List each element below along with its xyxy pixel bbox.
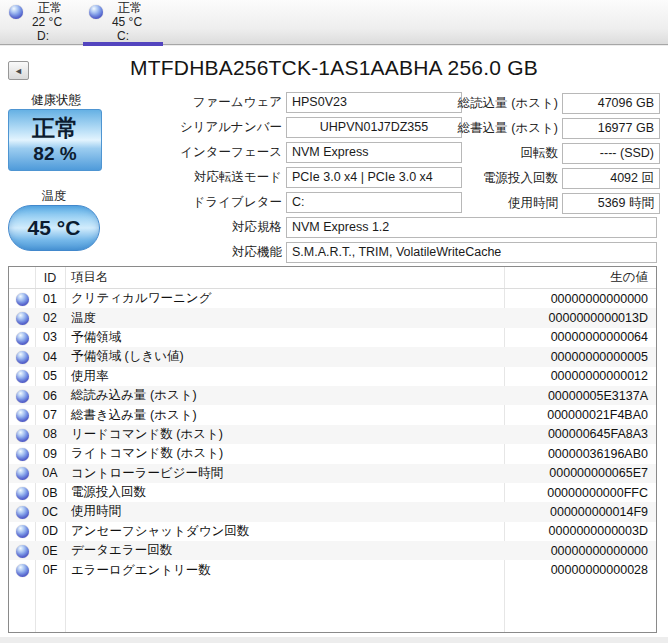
table-row[interactable]: 02 温度 0000000000013D [9, 308, 656, 327]
info-row: 電源投入回数 4092 回 [420, 168, 660, 189]
attribute-name: エラーログエントリー数 [65, 562, 496, 579]
attribute-raw-value: 00000000000005 [496, 350, 656, 364]
attribute-name: クリティカルワーニング [65, 290, 496, 307]
attribute-name: アンセーフシャットダウン回数 [65, 523, 496, 540]
attribute-status-icon [16, 467, 29, 480]
attribute-id: 04 [35, 350, 65, 364]
table-row[interactable]: 03 予備領域 00000000000064 [9, 328, 656, 347]
table-row[interactable]: 0E データエラー回数 00000000000000 [9, 541, 656, 560]
attribute-id: 02 [35, 311, 65, 325]
attribute-raw-value: 00000000000012 [496, 369, 656, 383]
health-status-label: 健康状態 [8, 92, 104, 109]
attribute-raw-value: 000000000014F9 [496, 505, 656, 519]
field-label: 総書込量 (ホスト) [420, 120, 562, 137]
attribute-name: 総書き込み量 (ホスト) [65, 407, 496, 424]
attribute-status-icon [16, 312, 29, 325]
table-row[interactable]: 0B 電源投入回数 00000000000FFC [9, 483, 656, 502]
smart-attribute-table: ID 項目名 生の値 01 クリティカルワーニング 00000000000000… [8, 266, 657, 633]
table-body: 01 クリティカルワーニング 00000000000000 02 温度 0000… [9, 289, 656, 580]
attribute-id: 0F [35, 563, 65, 577]
info-row: 回転数 ---- (SSD) [420, 143, 660, 164]
field-value: 5369 時間 [562, 193, 660, 214]
attribute-name: ライトコマンド数 (ホスト) [65, 445, 496, 462]
temperature-button[interactable]: 45 °C [8, 205, 100, 251]
field-label: 回転数 [420, 145, 562, 162]
table-header-raw: 生の値 [496, 269, 656, 286]
temperature-label: 温度 [8, 188, 100, 205]
attribute-id: 0E [35, 544, 65, 558]
attribute-name: 電源投入回数 [65, 484, 496, 501]
attribute-name: データエラー回数 [65, 542, 496, 559]
attribute-id: 09 [35, 447, 65, 461]
info-row: 対応規格 NVM Express 1.2 [100, 217, 657, 238]
health-status-button[interactable]: 正常 82 % [8, 109, 102, 171]
attribute-raw-value: 00000005E3137A [496, 389, 656, 403]
attribute-status-icon [16, 293, 29, 306]
attribute-id: 07 [35, 408, 65, 422]
table-row[interactable]: 09 ライトコマンド数 (ホスト) 00000036196AB0 [9, 444, 656, 463]
health-percent-text: 82 % [9, 142, 101, 166]
attribute-status-icon [16, 487, 29, 500]
drive-tab-c[interactable]: 正常 45 °C C: [83, 0, 163, 45]
attribute-status-icon [16, 390, 29, 403]
attribute-status-icon [16, 370, 29, 383]
field-label: 対応規格 [100, 219, 286, 236]
drive-stats-fields: 総読込量 (ホスト) 47096 GB 総書込量 (ホスト) 16977 GB … [420, 93, 660, 218]
field-label: 電源投入回数 [420, 170, 562, 187]
attribute-status-icon [16, 525, 29, 538]
attribute-name: 予備領域 (しきい値) [65, 348, 496, 365]
page-title: MTFDHBA256TCK-1AS1AABHA 256.0 GB [0, 56, 668, 80]
table-header-name: 項目名 [65, 269, 496, 286]
table-header-id: ID [35, 271, 65, 285]
attribute-name: 使用時間 [65, 503, 496, 520]
field-label: シリアルナンバー [100, 119, 286, 136]
temperature-value: 45 °C [28, 216, 81, 240]
field-value: ---- (SSD) [562, 143, 660, 164]
table-row[interactable]: 04 予備領域 (しきい値) 00000000000005 [9, 347, 656, 366]
field-label: 総読込量 (ホスト) [420, 95, 562, 112]
attribute-id: 0D [35, 524, 65, 538]
field-label: ドライブレター [100, 194, 286, 211]
field-value: 47096 GB [562, 93, 660, 114]
table-row[interactable]: 0C 使用時間 000000000014F9 [9, 502, 656, 521]
drive-tab-d[interactable]: 正常 22 °C D: [3, 0, 83, 45]
drive-tab-bar: 正常 22 °C D: 正常 45 °C C: [0, 0, 668, 45]
attribute-status-icon [16, 545, 29, 558]
attribute-id: 0A [35, 466, 65, 480]
table-row[interactable]: 0F エラーログエントリー数 00000000000028 [9, 560, 656, 579]
attribute-name: リードコマンド数 (ホスト) [65, 426, 496, 443]
attribute-raw-value: 000000000065E7 [496, 466, 656, 480]
attribute-status-icon [16, 506, 29, 519]
table-row[interactable]: 08 リードコマンド数 (ホスト) 000000645FA8A3 [9, 425, 656, 444]
attribute-status-icon [16, 564, 29, 577]
table-row[interactable]: 05 使用率 00000000000012 [9, 367, 656, 386]
table-row[interactable]: 0A コントローラービジー時間 000000000065E7 [9, 464, 656, 483]
attribute-status-icon [16, 351, 29, 364]
table-row[interactable]: 01 クリティカルワーニング 00000000000000 [9, 289, 656, 308]
info-row: 対応機能 S.M.A.R.T., TRIM, VolatileWriteCach… [100, 242, 657, 263]
attribute-name: 予備領域 [65, 329, 496, 346]
attribute-id: 0C [35, 505, 65, 519]
table-row[interactable]: 0D アンセーフシャットダウン回数 0000000000003D [9, 522, 656, 541]
attribute-raw-value: 000000645FA8A3 [496, 427, 656, 441]
disk-status-icon [89, 5, 103, 19]
attribute-raw-value: 00000000000000 [496, 544, 656, 558]
attribute-id: 05 [35, 369, 65, 383]
field-label: インターフェース [100, 144, 286, 161]
attribute-name: 温度 [65, 310, 496, 327]
attribute-raw-value: 000000021F4BA0 [496, 408, 656, 422]
attribute-status-icon [16, 429, 29, 442]
attribute-raw-value: 0000000000013D [496, 311, 656, 325]
health-status-text: 正常 [9, 114, 101, 142]
attribute-id: 01 [35, 292, 65, 306]
attribute-status-icon [16, 332, 29, 345]
attribute-status-icon [16, 409, 29, 422]
field-label: 使用時間 [420, 195, 562, 212]
attribute-status-icon [16, 448, 29, 461]
table-header-row: ID 項目名 生の値 [9, 267, 656, 289]
table-row[interactable]: 06 総読み込み量 (ホスト) 00000005E3137A [9, 386, 656, 405]
field-label: 対応機能 [100, 244, 286, 261]
table-row[interactable]: 07 総書き込み量 (ホスト) 000000021F4BA0 [9, 405, 656, 424]
info-row: 使用時間 5369 時間 [420, 193, 660, 214]
attribute-raw-value: 0000000000003D [496, 524, 656, 538]
